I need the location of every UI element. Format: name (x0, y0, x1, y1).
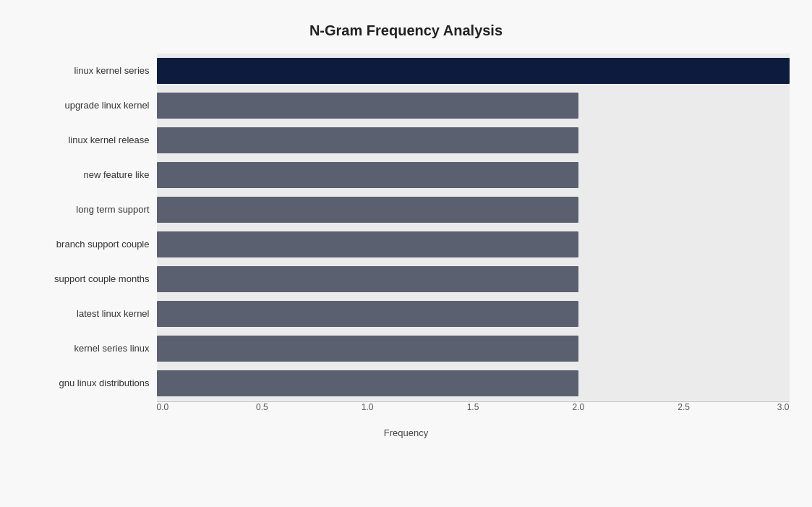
bar-fill (157, 336, 578, 362)
bar-row: linux kernel series (23, 54, 790, 88)
bar-label: support couple months (23, 273, 157, 284)
x-axis-title: Frequency (23, 427, 790, 438)
bar-track (157, 333, 790, 365)
bar-fill (157, 301, 578, 327)
bar-fill (157, 197, 578, 223)
bar-track (157, 229, 790, 260)
bar-fill (157, 266, 578, 292)
bar-track (157, 124, 790, 156)
x-axis-tick-label: 0.0 (157, 402, 169, 412)
bar-track (157, 298, 790, 330)
bar-label: long term support (23, 204, 157, 215)
bar-track (157, 90, 790, 122)
bar-track (157, 55, 790, 87)
bar-row: support couple months (23, 262, 790, 297)
bar-label: gnu linux distributions (23, 378, 157, 388)
bar-label: linux kernel release (23, 135, 157, 145)
bar-row: upgrade linux kernel (23, 88, 790, 123)
bar-row: gnu linux distributions (23, 366, 790, 401)
bar-label: kernel series linux (23, 343, 157, 354)
bar-row: branch support couple (23, 227, 790, 262)
bar-fill (157, 127, 578, 153)
bar-row: latest linux kernel (23, 297, 790, 331)
bar-label: branch support couple (23, 239, 157, 250)
bar-fill (157, 370, 578, 396)
bar-track (157, 194, 790, 226)
bar-label: linux kernel series (23, 65, 157, 76)
bar-label: upgrade linux kernel (23, 100, 157, 111)
bar-fill (157, 58, 790, 84)
bar-track (157, 159, 790, 191)
x-axis-tick-label: 2.5 (678, 402, 690, 412)
bar-track (157, 263, 790, 295)
bar-row: linux kernel release (23, 123, 790, 158)
chart-title: N-Gram Frequency Analysis (23, 22, 790, 39)
x-axis-tick-label: 0.5 (256, 402, 268, 412)
bar-row: long term support (23, 192, 790, 227)
x-axis-tick-label: 1.5 (467, 402, 479, 412)
bar-fill (157, 93, 578, 119)
bar-row: new feature like (23, 158, 790, 192)
x-axis-tick-label: 2.0 (572, 402, 584, 412)
chart-container: N-Gram Frequency Analysis linux kernel s… (9, 8, 804, 500)
bar-label: new feature like (23, 169, 157, 180)
bar-fill (157, 162, 578, 188)
bar-track (157, 367, 790, 399)
bar-label: latest linux kernel (23, 308, 157, 319)
bar-row: kernel series linux (23, 331, 790, 366)
x-axis-tick-label: 1.0 (362, 402, 374, 412)
x-axis-tick-label: 3.0 (777, 402, 790, 412)
bar-fill (157, 231, 578, 257)
